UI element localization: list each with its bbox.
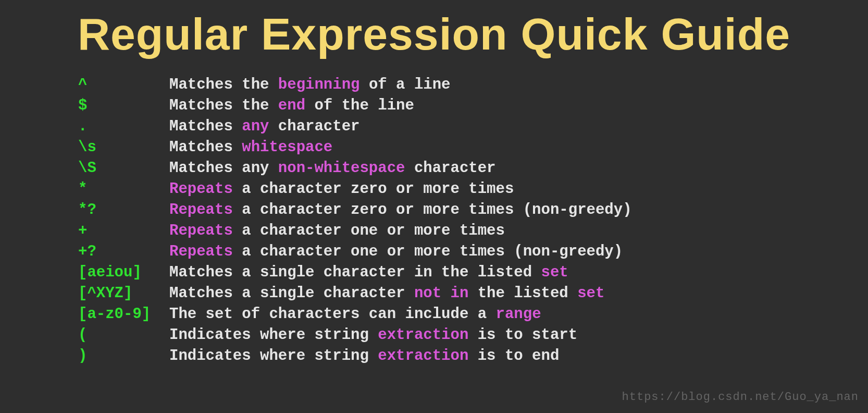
table-row: ^Matches the beginning of a line [78,75,868,95]
highlight-word: non-whitespace [278,160,405,177]
regex-symbol: $ [78,95,169,116]
highlight-word: end [278,97,305,114]
regex-symbol: [a-z0-9] [78,304,169,325]
table-row: *Repeats a character zero or more times [78,179,868,200]
regex-description: Repeats a character zero or more times [169,179,514,200]
regex-description: Repeats a character one or more times (n… [169,241,623,262]
table-row: +?Repeats a character one or more times … [78,241,868,262]
regex-description: Matches the beginning of a line [169,75,451,95]
regex-description: Matches whitespace [169,137,332,158]
regex-symbol: *? [78,200,169,221]
regex-symbol: +? [78,241,169,262]
regex-description: Repeats a character zero or more times (… [169,200,632,221]
table-row: )Indicates where string extraction is to… [78,346,868,367]
table-row: *?Repeats a character zero or more times… [78,200,868,221]
watermark-text: https://blog.csdn.net/Guo_ya_nan [622,391,859,404]
regex-symbol: [^XYZ] [78,283,169,304]
regex-description: Matches a single character not in the li… [169,283,604,304]
table-row: +Repeats a character one or more times [78,221,868,241]
highlight-word: not in [414,285,468,302]
regex-description: Matches any character [169,116,359,137]
table-row: $Matches the end of the line [78,95,868,116]
table-row: \sMatches whitespace [78,137,868,158]
regex-description: Matches the end of the line [169,95,414,116]
highlight-word: any [242,118,269,135]
highlight-word: Repeats [169,222,233,239]
highlight-word: extraction [378,347,468,365]
highlight-word: Repeats [169,180,233,198]
table-row: (Indicates where string extraction is to… [78,325,868,346]
regex-symbol: \S [78,158,169,179]
highlight-word: beginning [278,76,360,93]
regex-symbol: ^ [78,75,169,95]
regex-description: Indicates where string extraction is to … [169,325,577,346]
regex-description: Repeats a character one or more times [169,221,505,241]
regex-symbol: [aeiou] [78,262,169,283]
regex-description: Matches a single character in the listed… [169,262,568,283]
regex-symbol: ( [78,325,169,346]
regex-symbol: ) [78,346,169,367]
regex-symbol: . [78,116,169,137]
regex-description: The set of characters can include a rang… [169,304,541,325]
table-row: .Matches any character [78,116,868,137]
regex-symbol: * [78,179,169,200]
highlight-word: set [577,285,604,302]
regex-description: Indicates where string extraction is to … [169,346,559,367]
highlight-word: whitespace [242,139,332,156]
table-row: \SMatches any non-whitespace character [78,158,868,179]
highlight-word: Repeats [169,201,233,218]
slide: Regular Expression Quick Guide ^Matches … [0,0,868,413]
highlight-word: range [496,306,541,323]
regex-description: Matches any non-whitespace character [169,158,496,179]
highlight-word: Repeats [169,243,233,260]
highlight-word: extraction [378,326,468,344]
table-row: [a-z0-9]The set of characters can includ… [78,304,868,325]
regex-table: ^Matches the beginning of a line$Matches… [78,75,868,367]
table-row: [^XYZ]Matches a single character not in … [78,283,868,304]
slide-title: Regular Expression Quick Guide [0,8,868,60]
table-row: [aeiou]Matches a single character in the… [78,262,868,283]
regex-symbol: + [78,221,169,241]
regex-symbol: \s [78,137,169,158]
highlight-word: set [541,264,568,281]
